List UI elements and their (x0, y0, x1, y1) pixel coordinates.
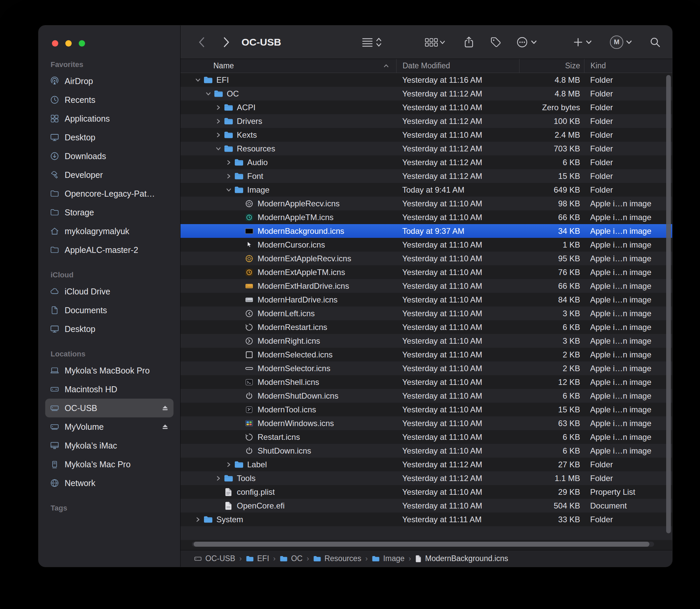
column-header-name[interactable]: Name (180, 59, 396, 73)
sidebar-item-mykola-s-macbook-pro[interactable]: Mykola’s MacBook Pro (45, 361, 174, 380)
breadcrumb-item-resources[interactable]: Resources (313, 554, 362, 563)
disclosure-right-icon[interactable] (194, 516, 202, 523)
disclosure-down-icon[interactable] (225, 186, 232, 194)
column-header-size[interactable]: Size (519, 59, 584, 73)
sidebar-item-downloads[interactable]: Downloads (45, 147, 174, 166)
breadcrumb-item-oc-usb[interactable]: OC-USB (194, 554, 235, 563)
breadcrumb-item-efi[interactable]: EFI (246, 554, 269, 563)
table-row-image[interactable]: ImageToday at 9:41 AM649 KBFolder (180, 183, 672, 197)
drive-internal-icon (50, 385, 59, 394)
table-row-modernextharddrive-icns[interactable]: ModernExtHardDrive.icnsYesterday at 11:1… (180, 279, 672, 293)
disclosure-right-icon[interactable] (214, 118, 223, 125)
disclosure-right-icon[interactable] (214, 104, 223, 111)
sidebar-item-storage[interactable]: Storage (45, 203, 174, 222)
tags-button[interactable] (490, 36, 502, 48)
sidebar-item-desktop[interactable]: Desktop (45, 319, 174, 338)
sidebar-item-opencore-legacy-pat[interactable]: Opencore-Legacy-Pat… (45, 184, 174, 203)
search-button[interactable] (649, 36, 661, 48)
table-row-modernright-icns[interactable]: ModernRight.icnsYesterday at 11:10 AM3 K… (180, 334, 672, 348)
table-row-kexts[interactable]: KextsYesterday at 11:10 AM2.4 MBFolder (180, 128, 672, 142)
sidebar-item-airdrop[interactable]: AirDrop (45, 72, 174, 90)
new-item-button[interactable] (573, 37, 592, 47)
disclosure-right-icon[interactable] (224, 461, 233, 468)
sidebar-item-applications[interactable]: Applications (45, 109, 174, 128)
close-button[interactable] (52, 40, 58, 47)
sidebar-item-mykolagrymalyuk[interactable]: mykolagrymalyuk (45, 222, 174, 241)
sidebar-item-label: Recents (65, 95, 95, 105)
breadcrumb-item-oc[interactable]: OC (280, 554, 303, 563)
disclosure-down-icon[interactable] (205, 89, 212, 98)
table-row-opencore-efi[interactable]: OpenCore.efiYesterday at 11:10 AM504 KBD… (180, 499, 672, 512)
breadcrumb-item-modernbackground-icns[interactable]: ModernBackground.icns (415, 554, 508, 563)
file-kind: Apple i…n image (584, 213, 672, 222)
sidebar-item-desktop[interactable]: Desktop (45, 128, 174, 147)
vertical-scrollbar[interactable] (666, 75, 671, 533)
disclosure-right-icon[interactable] (224, 159, 233, 166)
table-row-modernextappletm-icns[interactable]: ModernExtAppleTM.icnsYesterday at 11:10 … (180, 265, 672, 279)
table-row-shutdown-icns[interactable]: ShutDown.icnsYesterday at 11:10 AM6 KBAp… (180, 444, 672, 457)
sidebar-item-macintosh-hd[interactable]: Macintosh HD (45, 380, 174, 399)
table-row-modernleft-icns[interactable]: ModernLeft.icnsYesterday at 11:10 AM3 KB… (180, 307, 672, 320)
disclosure-down-icon[interactable] (195, 76, 201, 84)
table-row-modernshutdown-icns[interactable]: ModernShutDown.icnsYesterday at 11:10 AM… (180, 389, 672, 403)
sidebar-item-network[interactable]: Network (45, 474, 174, 492)
table-row-audio[interactable]: AudioYesterday at 11:12 AM6 KBFolder (180, 155, 672, 169)
disclosure-right-icon[interactable] (224, 173, 233, 179)
sidebar-item-applealc-master-2[interactable]: AppleALC-master-2 (45, 241, 174, 259)
table-row-font[interactable]: FontYesterday at 11:12 AM15 KBFolder (180, 169, 672, 183)
forward-button[interactable] (223, 36, 230, 48)
file-name: OpenCore.efi (237, 501, 285, 510)
sidebar-item-documents[interactable]: Documents (45, 301, 174, 319)
sidebar-item-icloud-drive[interactable]: iCloud Drive (45, 282, 174, 301)
zoom-button[interactable] (79, 40, 85, 47)
drive-external-icon (50, 403, 59, 413)
table-row-system[interactable]: SystemYesterday at 11:11 AM33 KBFolder (180, 512, 672, 526)
back-button[interactable] (198, 36, 205, 48)
eject-icon[interactable] (161, 405, 169, 411)
table-row-modernbackground-icns[interactable]: ModernBackground.icnsToday at 9:37 AM34 … (180, 224, 672, 238)
table-row-drivers[interactable]: DriversYesterday at 11:12 AM100 KBFolder (180, 114, 672, 128)
table-row-oc[interactable]: OCYesterday at 11:12 AM4.8 MBFolder (180, 87, 672, 101)
sidebar-item-mykola-s-mac-pro[interactable]: Mykola’s Mac Pro (45, 455, 174, 474)
table-row-label[interactable]: LabelYesterday at 11:12 AM27 KBFolder (180, 457, 672, 471)
sidebar-item-mykola-s-imac[interactable]: Mykola’s iMac (45, 436, 174, 455)
account-menu-button[interactable]: M (610, 35, 632, 49)
column-header-date-modified[interactable]: Date Modified (396, 59, 519, 73)
disclosure-right-icon[interactable] (214, 132, 223, 138)
file-date-modified: Yesterday at 11:10 AM (396, 268, 519, 277)
file-name: Kexts (237, 130, 257, 140)
disclosure-right-icon[interactable] (214, 475, 223, 482)
sidebar-item-recents[interactable]: Recents (45, 90, 174, 109)
table-row-modernselected-icns[interactable]: ModernSelected.icnsYesterday at 11:10 AM… (180, 348, 672, 362)
sidebar-item-oc-usb[interactable]: OC-USB (45, 399, 174, 417)
table-row-moderntool-icns[interactable]: ModernTool.icnsYesterday at 11:10 AM15 K… (180, 403, 672, 416)
table-row-modernselector-icns[interactable]: ModernSelector.icnsYesterday at 11:10 AM… (180, 362, 672, 375)
column-header-kind[interactable]: Kind (584, 59, 672, 73)
table-row-modernharddrive-icns[interactable]: ModernHardDrive.icnsYesterday at 11:10 A… (180, 293, 672, 307)
sidebar-section-label-locations: Locations (45, 350, 174, 359)
table-row-modernextapplerecv-icns[interactable]: ModernExtAppleRecv.icnsYesterday at 11:1… (180, 251, 672, 265)
table-row-acpi[interactable]: ACPIYesterday at 11:10 AMZero bytesFolde… (180, 101, 672, 114)
table-row-config-plist[interactable]: config.plistYesterday at 11:10 AM29 KBPr… (180, 485, 672, 499)
more-options-button[interactable] (516, 36, 537, 48)
eject-icon[interactable] (161, 423, 169, 430)
table-row-modernshell-icns[interactable]: ModernShell.icnsYesterday at 11:10 AM12 … (180, 375, 672, 389)
table-row-modernrestart-icns[interactable]: ModernRestart.icnsYesterday at 11:10 AM6… (180, 320, 672, 334)
view-options-button[interactable] (362, 36, 383, 48)
disclosure-down-icon[interactable] (215, 144, 222, 153)
table-row-modernappletm-icns[interactable]: ModernAppleTM.icnsYesterday at 11:10 AM6… (180, 210, 672, 224)
table-row-restart-icns[interactable]: Restart.icnsYesterday at 11:10 AM6 KBApp… (180, 430, 672, 444)
group-by-button[interactable] (424, 37, 445, 47)
table-row-resources[interactable]: ResourcesYesterday at 11:12 AM703 KBFold… (180, 142, 672, 155)
table-row-tools[interactable]: ToolsYesterday at 11:12 AM1.1 MBFolder (180, 471, 672, 485)
horizontal-scrollbar[interactable] (194, 542, 649, 547)
breadcrumb-item-image[interactable]: Image (372, 554, 405, 563)
table-row-modernapplerecv-icns[interactable]: ModernAppleRecv.icnsYesterday at 11:10 A… (180, 197, 672, 210)
minimize-button[interactable] (65, 40, 72, 47)
share-button[interactable] (464, 36, 474, 48)
table-row-modernwindows-icns[interactable]: ModernWindows.icnsYesterday at 11:10 AM6… (180, 416, 672, 430)
sidebar-item-myvolume[interactable]: MyVolume (45, 417, 174, 436)
sidebar-item-developer[interactable]: Developer (45, 166, 174, 184)
table-row-moderncursor-icns[interactable]: ModernCursor.icnsYesterday at 11:10 AM1 … (180, 238, 672, 251)
table-row-efi[interactable]: EFIYesterday at 11:16 AM4.8 MBFolder (180, 73, 672, 87)
